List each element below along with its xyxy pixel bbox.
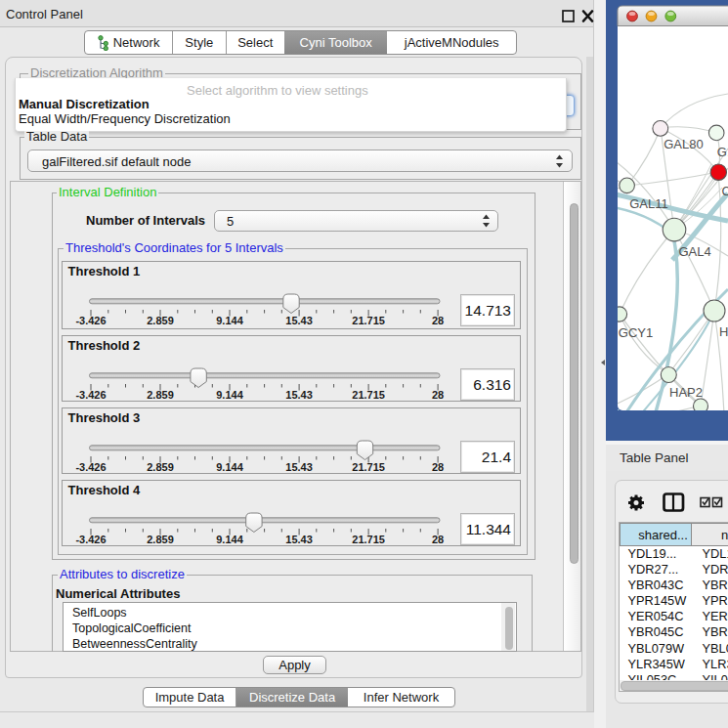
svg-text:H: H	[719, 324, 728, 339]
svg-text:28: 28	[431, 315, 443, 326]
svg-text:28: 28	[431, 534, 443, 545]
svg-text:-3.426: -3.426	[75, 315, 106, 326]
svg-text:21.715: 21.715	[352, 534, 385, 545]
svg-text:2.859: 2.859	[147, 461, 174, 473]
svg-text:HAP2: HAP2	[669, 385, 703, 400]
svg-text:G.: G.	[717, 145, 728, 159]
svg-text:28: 28	[431, 389, 443, 401]
svg-text:2.859: 2.859	[147, 315, 174, 326]
svg-text:9.144: 9.144	[216, 315, 243, 326]
svg-text:GAL80: GAL80	[664, 137, 703, 151]
svg-text:GCY1: GCY1	[619, 325, 653, 340]
svg-text:GAL4: GAL4	[678, 244, 710, 259]
svg-text:9.144: 9.144	[216, 534, 243, 545]
svg-text:GAL11: GAL11	[629, 196, 668, 211]
svg-text:-3.426: -3.426	[75, 389, 106, 401]
svg-text:21.715: 21.715	[352, 461, 385, 473]
svg-text:15.43: 15.43	[285, 389, 313, 401]
svg-text:-3.426: -3.426	[75, 461, 106, 473]
svg-text:15.43: 15.43	[285, 534, 313, 545]
svg-text:-3.426: -3.426	[75, 534, 106, 545]
svg-text:2.859: 2.859	[147, 534, 174, 545]
svg-text:C: C	[721, 184, 728, 198]
svg-text:15.43: 15.43	[285, 315, 313, 326]
svg-text:21.715: 21.715	[352, 389, 385, 401]
svg-text:2.859: 2.859	[147, 389, 174, 401]
svg-text:9.144: 9.144	[216, 389, 243, 401]
svg-text:28: 28	[431, 461, 443, 473]
svg-text:15.43: 15.43	[285, 461, 313, 473]
svg-text:21.715: 21.715	[352, 315, 385, 326]
svg-text:9.144: 9.144	[216, 461, 243, 473]
